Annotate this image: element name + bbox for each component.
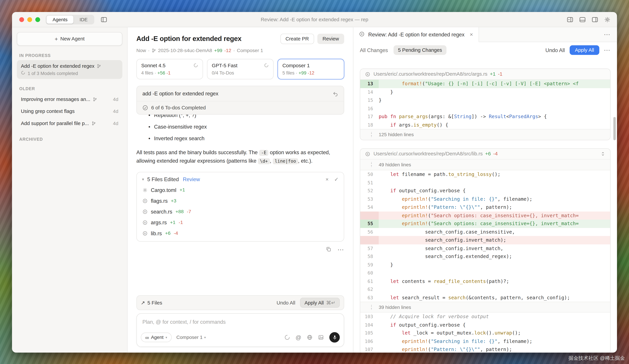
model-card[interactable]: Composer 15 files · +99 -12: [278, 59, 344, 79]
sidebar-item[interactable]: Add support for parallel file p...4d: [17, 117, 122, 129]
reject-all-icon[interactable]: ×: [325, 176, 328, 182]
scrollbar-thumb[interactable]: [613, 117, 616, 140]
hidden-lines-row[interactable]: ↓↑49 hidden lines: [360, 159, 610, 170]
review-tab-title: Review: Add -E option for extended regex: [368, 31, 465, 38]
files-edited-card: ▾ 5 Files Edited Review × ✓ Cargo.toml+1…: [136, 172, 344, 242]
toggle-bottom-panel-icon[interactable]: [579, 16, 586, 23]
review-button[interactable]: Review: [317, 34, 344, 44]
tab-ide[interactable]: IDE: [74, 15, 94, 24]
pending-changes-tab[interactable]: 5 Pending Changes: [394, 45, 447, 55]
expand-arrows-icon[interactable]: ↓↑: [360, 131, 379, 138]
expand-arrows-icon[interactable]: ↓↑: [360, 162, 379, 168]
sidebar-item[interactable]: Using grep context flags4d: [17, 105, 122, 117]
agent-mode-selector[interactable]: ∞ Agent ▾: [141, 333, 171, 342]
open-in-editor-icon[interactable]: [567, 16, 573, 23]
file-row[interactable]: Rlib.rs+6-4: [137, 228, 344, 241]
line-number: 61: [360, 277, 379, 285]
hidden-lines-row[interactable]: ↓↑125 hidden lines: [360, 129, 610, 140]
undo-all-button[interactable]: Undo All: [277, 300, 295, 305]
close-window-button[interactable]: [19, 17, 24, 22]
added-count: +3: [171, 198, 176, 204]
svg-text:R: R: [144, 200, 146, 202]
svg-text:R: R: [367, 153, 368, 155]
code-text: let search_result = search(&contents, pa…: [379, 293, 610, 302]
file-row[interactable]: Rflags.rs+3: [137, 195, 344, 206]
minimize-window-button[interactable]: [27, 17, 32, 22]
tab-agents[interactable]: Agents: [47, 15, 74, 24]
all-changes-tab[interactable]: All Changes: [360, 47, 388, 53]
added-count: +1: [179, 187, 185, 193]
file-row[interactable]: Rargs.rs+1-1: [137, 217, 344, 228]
spinner-icon: [264, 63, 269, 68]
review-tab[interactable]: Review: Add -E option for extended regex…: [353, 27, 479, 42]
rust-file-icon: R: [143, 231, 148, 236]
review-undo-all-button[interactable]: Undo All: [545, 47, 565, 53]
loading-spinner-icon: [284, 335, 290, 340]
file-row[interactable]: Cargo.toml+1: [137, 185, 344, 195]
image-icon[interactable]: [318, 335, 324, 340]
close-review-icon[interactable]: ×: [470, 31, 473, 38]
new-agent-button[interactable]: + New Agent: [17, 32, 122, 46]
todos-row[interactable]: 6 of 6 To-dos Completed: [137, 101, 344, 114]
branch-icon: [97, 64, 101, 69]
diff-line: 15}: [360, 96, 610, 104]
agent-message: Repetition (*, +, ?)Case-insensitive reg…: [128, 115, 353, 292]
files-review-link[interactable]: Review: [183, 176, 200, 182]
meta-time: Now: [136, 48, 146, 53]
zoom-window-button[interactable]: [35, 17, 40, 22]
lines-added: +99: [214, 48, 222, 53]
line-number: 105: [360, 329, 379, 337]
diff-line: 13 format!("Usage: {} [-n] [-i] [-c] [-v…: [360, 80, 610, 88]
diff-file-header[interactable]: RUsers/eric/.cursor/worktrees/rep/DemA8/…: [360, 69, 610, 80]
web-icon[interactable]: [307, 335, 313, 340]
hidden-lines-row[interactable]: ↓↑39 hidden lines: [360, 302, 610, 312]
chevron-down-icon[interactable]: ▾: [142, 177, 144, 182]
undo-icon[interactable]: [332, 91, 338, 96]
diff-file-header[interactable]: RUsers/eric/.cursor/worktrees/rep/DemA8/…: [360, 149, 610, 159]
sidebar-sections: IN PROGRESSAdd -E option for extended re…: [17, 53, 122, 141]
agents-sidebar: + New Agent IN PROGRESSAdd -E option for…: [12, 27, 128, 353]
apply-all-button[interactable]: Apply All ⌘↵: [300, 298, 340, 308]
files-link[interactable]: ↗ 5 Files: [141, 300, 162, 306]
branch-name: 2025-10-28-s4uc-DemA8: [158, 48, 212, 53]
review-more-icon[interactable]: ···: [604, 47, 611, 53]
settings-gear-icon[interactable]: [604, 16, 611, 23]
more-options-icon[interactable]: ···: [338, 247, 344, 253]
line-number: 59: [360, 261, 379, 269]
expand-icon[interactable]: [601, 152, 605, 156]
diff-file-card: RUsers/eric/.cursor/worktrees/rep/DemA8/…: [360, 148, 611, 353]
accept-all-icon[interactable]: ✓: [334, 176, 339, 182]
model-card[interactable]: GPT-5 Fast0/4 To-Dos: [207, 59, 274, 79]
mic-button[interactable]: [329, 332, 340, 343]
code-text: }: [379, 88, 610, 96]
section-label: ARCHIVED: [19, 137, 120, 142]
watermark: 掘金技术社区 @稀土掘金: [568, 355, 625, 362]
expand-arrows-icon[interactable]: ↓↑: [360, 304, 379, 310]
review-apply-all-button[interactable]: Apply All: [570, 45, 599, 55]
review-pane: Review: Add -E option for extended regex…: [353, 27, 617, 353]
titlebar-actions: [567, 16, 611, 23]
sidebar-item[interactable]: Improving error messages an...4d: [17, 93, 122, 105]
model-card[interactable]: Sonnet 4.54 files · +56 -1: [136, 59, 203, 79]
code-text: [379, 285, 610, 293]
tab-options-icon[interactable]: ···: [598, 31, 617, 38]
copy-icon[interactable]: [326, 246, 331, 254]
toggle-right-panel-icon[interactable]: [592, 16, 598, 23]
line-number: 63: [360, 293, 379, 302]
mention-icon[interactable]: @: [296, 334, 301, 341]
composer-input[interactable]: [137, 314, 344, 328]
model-selector[interactable]: Composer 1 ▾: [176, 335, 206, 340]
code-text: search_config.invert_match);: [379, 236, 610, 244]
removed-count: -4: [174, 231, 178, 236]
code-text: [379, 104, 610, 113]
removed-count: -7: [187, 209, 191, 214]
line-number: 54: [360, 203, 379, 211]
file-row[interactable]: Rsearch.rs+88-7: [137, 206, 344, 217]
model-name: GPT-5 Fast: [212, 63, 237, 68]
inline-code: line|foo: [273, 158, 298, 165]
spinner-icon: [193, 63, 198, 68]
rust-file-icon: R: [143, 209, 148, 214]
sidebar-item[interactable]: Add -E option for extended regex1 of 3 M…: [17, 60, 122, 79]
toggle-sidebar-icon[interactable]: [101, 16, 107, 23]
create-pr-button[interactable]: Create PR: [280, 34, 314, 44]
